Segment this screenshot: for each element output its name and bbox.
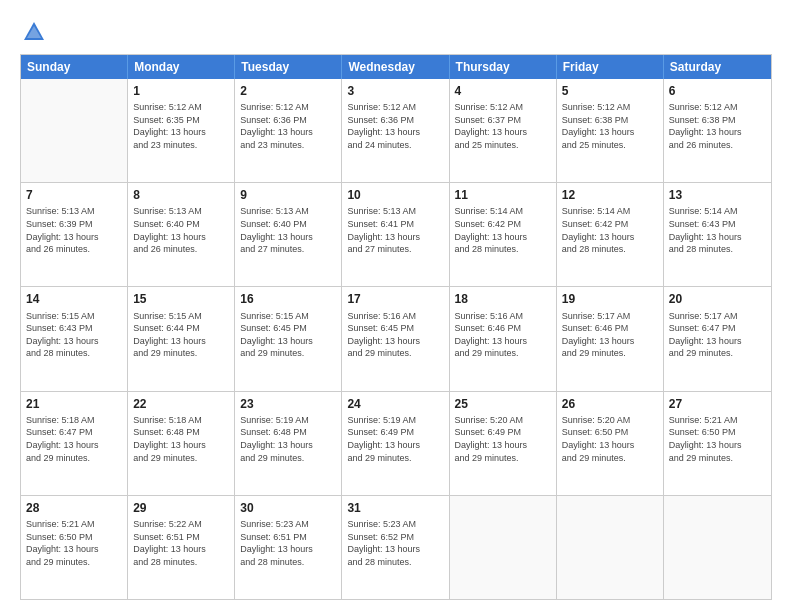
calendar-cell: 2Sunrise: 5:12 AM Sunset: 6:36 PM Daylig… <box>235 79 342 182</box>
calendar-cell <box>21 79 128 182</box>
calendar-cell: 5Sunrise: 5:12 AM Sunset: 6:38 PM Daylig… <box>557 79 664 182</box>
cell-info: Sunrise: 5:22 AM Sunset: 6:51 PM Dayligh… <box>133 518 229 568</box>
calendar-cell: 17Sunrise: 5:16 AM Sunset: 6:45 PM Dayli… <box>342 287 449 390</box>
calendar-cell: 9Sunrise: 5:13 AM Sunset: 6:40 PM Daylig… <box>235 183 342 286</box>
calendar-row: 28Sunrise: 5:21 AM Sunset: 6:50 PM Dayli… <box>21 496 771 599</box>
day-number: 17 <box>347 291 443 307</box>
calendar-cell: 25Sunrise: 5:20 AM Sunset: 6:49 PM Dayli… <box>450 392 557 495</box>
header <box>20 18 772 46</box>
cell-info: Sunrise: 5:19 AM Sunset: 6:49 PM Dayligh… <box>347 414 443 464</box>
cell-info: Sunrise: 5:15 AM Sunset: 6:45 PM Dayligh… <box>240 310 336 360</box>
calendar-cell: 21Sunrise: 5:18 AM Sunset: 6:47 PM Dayli… <box>21 392 128 495</box>
calendar-cell: 4Sunrise: 5:12 AM Sunset: 6:37 PM Daylig… <box>450 79 557 182</box>
calendar-header: SundayMondayTuesdayWednesdayThursdayFrid… <box>21 55 771 79</box>
cell-info: Sunrise: 5:13 AM Sunset: 6:40 PM Dayligh… <box>133 205 229 255</box>
day-number: 30 <box>240 500 336 516</box>
calendar-cell: 16Sunrise: 5:15 AM Sunset: 6:45 PM Dayli… <box>235 287 342 390</box>
day-number: 8 <box>133 187 229 203</box>
day-number: 6 <box>669 83 766 99</box>
day-number: 23 <box>240 396 336 412</box>
calendar-cell: 11Sunrise: 5:14 AM Sunset: 6:42 PM Dayli… <box>450 183 557 286</box>
header-cell-saturday: Saturday <box>664 55 771 79</box>
calendar-cell: 29Sunrise: 5:22 AM Sunset: 6:51 PM Dayli… <box>128 496 235 599</box>
day-number: 2 <box>240 83 336 99</box>
cell-info: Sunrise: 5:16 AM Sunset: 6:45 PM Dayligh… <box>347 310 443 360</box>
cell-info: Sunrise: 5:15 AM Sunset: 6:43 PM Dayligh… <box>26 310 122 360</box>
logo-icon <box>20 18 48 46</box>
cell-info: Sunrise: 5:21 AM Sunset: 6:50 PM Dayligh… <box>669 414 766 464</box>
cell-info: Sunrise: 5:19 AM Sunset: 6:48 PM Dayligh… <box>240 414 336 464</box>
cell-info: Sunrise: 5:23 AM Sunset: 6:51 PM Dayligh… <box>240 518 336 568</box>
cell-info: Sunrise: 5:23 AM Sunset: 6:52 PM Dayligh… <box>347 518 443 568</box>
calendar-body: 1Sunrise: 5:12 AM Sunset: 6:35 PM Daylig… <box>21 79 771 599</box>
day-number: 4 <box>455 83 551 99</box>
calendar-row: 7Sunrise: 5:13 AM Sunset: 6:39 PM Daylig… <box>21 183 771 287</box>
calendar-cell: 19Sunrise: 5:17 AM Sunset: 6:46 PM Dayli… <box>557 287 664 390</box>
header-cell-friday: Friday <box>557 55 664 79</box>
calendar-cell: 8Sunrise: 5:13 AM Sunset: 6:40 PM Daylig… <box>128 183 235 286</box>
cell-info: Sunrise: 5:13 AM Sunset: 6:40 PM Dayligh… <box>240 205 336 255</box>
day-number: 20 <box>669 291 766 307</box>
cell-info: Sunrise: 5:12 AM Sunset: 6:38 PM Dayligh… <box>669 101 766 151</box>
cell-info: Sunrise: 5:14 AM Sunset: 6:42 PM Dayligh… <box>562 205 658 255</box>
day-number: 7 <box>26 187 122 203</box>
day-number: 14 <box>26 291 122 307</box>
cell-info: Sunrise: 5:18 AM Sunset: 6:48 PM Dayligh… <box>133 414 229 464</box>
day-number: 25 <box>455 396 551 412</box>
cell-info: Sunrise: 5:12 AM Sunset: 6:36 PM Dayligh… <box>347 101 443 151</box>
calendar-cell: 18Sunrise: 5:16 AM Sunset: 6:46 PM Dayli… <box>450 287 557 390</box>
day-number: 3 <box>347 83 443 99</box>
calendar-cell: 30Sunrise: 5:23 AM Sunset: 6:51 PM Dayli… <box>235 496 342 599</box>
header-cell-tuesday: Tuesday <box>235 55 342 79</box>
cell-info: Sunrise: 5:12 AM Sunset: 6:35 PM Dayligh… <box>133 101 229 151</box>
cell-info: Sunrise: 5:16 AM Sunset: 6:46 PM Dayligh… <box>455 310 551 360</box>
calendar-cell: 10Sunrise: 5:13 AM Sunset: 6:41 PM Dayli… <box>342 183 449 286</box>
calendar-cell: 24Sunrise: 5:19 AM Sunset: 6:49 PM Dayli… <box>342 392 449 495</box>
calendar-cell: 13Sunrise: 5:14 AM Sunset: 6:43 PM Dayli… <box>664 183 771 286</box>
calendar-cell: 3Sunrise: 5:12 AM Sunset: 6:36 PM Daylig… <box>342 79 449 182</box>
calendar-cell: 31Sunrise: 5:23 AM Sunset: 6:52 PM Dayli… <box>342 496 449 599</box>
calendar-cell: 14Sunrise: 5:15 AM Sunset: 6:43 PM Dayli… <box>21 287 128 390</box>
calendar-cell: 12Sunrise: 5:14 AM Sunset: 6:42 PM Dayli… <box>557 183 664 286</box>
cell-info: Sunrise: 5:12 AM Sunset: 6:38 PM Dayligh… <box>562 101 658 151</box>
day-number: 16 <box>240 291 336 307</box>
day-number: 22 <box>133 396 229 412</box>
calendar-cell: 23Sunrise: 5:19 AM Sunset: 6:48 PM Dayli… <box>235 392 342 495</box>
calendar-row: 14Sunrise: 5:15 AM Sunset: 6:43 PM Dayli… <box>21 287 771 391</box>
cell-info: Sunrise: 5:13 AM Sunset: 6:39 PM Dayligh… <box>26 205 122 255</box>
calendar-row: 21Sunrise: 5:18 AM Sunset: 6:47 PM Dayli… <box>21 392 771 496</box>
day-number: 31 <box>347 500 443 516</box>
cell-info: Sunrise: 5:17 AM Sunset: 6:46 PM Dayligh… <box>562 310 658 360</box>
header-cell-thursday: Thursday <box>450 55 557 79</box>
day-number: 19 <box>562 291 658 307</box>
day-number: 11 <box>455 187 551 203</box>
calendar-cell: 26Sunrise: 5:20 AM Sunset: 6:50 PM Dayli… <box>557 392 664 495</box>
day-number: 27 <box>669 396 766 412</box>
cell-info: Sunrise: 5:17 AM Sunset: 6:47 PM Dayligh… <box>669 310 766 360</box>
day-number: 9 <box>240 187 336 203</box>
day-number: 10 <box>347 187 443 203</box>
day-number: 26 <box>562 396 658 412</box>
calendar-cell <box>664 496 771 599</box>
day-number: 29 <box>133 500 229 516</box>
day-number: 12 <box>562 187 658 203</box>
cell-info: Sunrise: 5:15 AM Sunset: 6:44 PM Dayligh… <box>133 310 229 360</box>
calendar-cell: 22Sunrise: 5:18 AM Sunset: 6:48 PM Dayli… <box>128 392 235 495</box>
header-cell-monday: Monday <box>128 55 235 79</box>
day-number: 21 <box>26 396 122 412</box>
cell-info: Sunrise: 5:12 AM Sunset: 6:37 PM Dayligh… <box>455 101 551 151</box>
cell-info: Sunrise: 5:14 AM Sunset: 6:42 PM Dayligh… <box>455 205 551 255</box>
cell-info: Sunrise: 5:20 AM Sunset: 6:50 PM Dayligh… <box>562 414 658 464</box>
cell-info: Sunrise: 5:12 AM Sunset: 6:36 PM Dayligh… <box>240 101 336 151</box>
day-number: 5 <box>562 83 658 99</box>
calendar-cell <box>557 496 664 599</box>
calendar-cell: 20Sunrise: 5:17 AM Sunset: 6:47 PM Dayli… <box>664 287 771 390</box>
day-number: 18 <box>455 291 551 307</box>
day-number: 15 <box>133 291 229 307</box>
calendar-cell: 28Sunrise: 5:21 AM Sunset: 6:50 PM Dayli… <box>21 496 128 599</box>
day-number: 1 <box>133 83 229 99</box>
calendar-cell: 6Sunrise: 5:12 AM Sunset: 6:38 PM Daylig… <box>664 79 771 182</box>
cell-info: Sunrise: 5:14 AM Sunset: 6:43 PM Dayligh… <box>669 205 766 255</box>
cell-info: Sunrise: 5:20 AM Sunset: 6:49 PM Dayligh… <box>455 414 551 464</box>
calendar-cell <box>450 496 557 599</box>
